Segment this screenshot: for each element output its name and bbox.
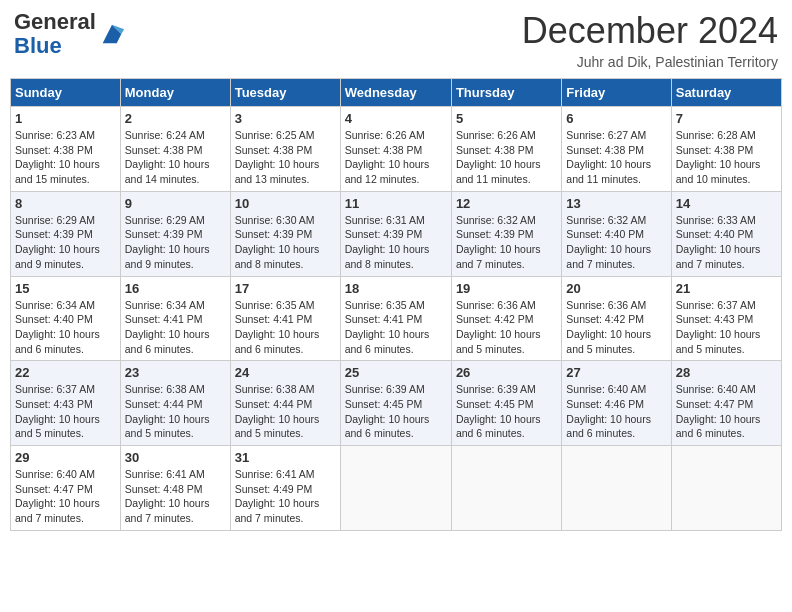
calendar-cell: 6Sunrise: 6:27 AM Sunset: 4:38 PM Daylig… xyxy=(562,107,671,192)
calendar-cell: 3Sunrise: 6:25 AM Sunset: 4:38 PM Daylig… xyxy=(230,107,340,192)
day-info: Sunrise: 6:32 AM Sunset: 4:39 PM Dayligh… xyxy=(456,213,557,272)
calendar-cell: 14Sunrise: 6:33 AM Sunset: 4:40 PM Dayli… xyxy=(671,191,781,276)
day-number: 25 xyxy=(345,365,447,380)
calendar-cell: 28Sunrise: 6:40 AM Sunset: 4:47 PM Dayli… xyxy=(671,361,781,446)
day-info: Sunrise: 6:38 AM Sunset: 4:44 PM Dayligh… xyxy=(235,382,336,441)
calendar-week-row: 8Sunrise: 6:29 AM Sunset: 4:39 PM Daylig… xyxy=(11,191,782,276)
calendar-cell: 19Sunrise: 6:36 AM Sunset: 4:42 PM Dayli… xyxy=(451,276,561,361)
day-info: Sunrise: 6:38 AM Sunset: 4:44 PM Dayligh… xyxy=(125,382,226,441)
calendar-cell: 1Sunrise: 6:23 AM Sunset: 4:38 PM Daylig… xyxy=(11,107,121,192)
day-info: Sunrise: 6:31 AM Sunset: 4:39 PM Dayligh… xyxy=(345,213,447,272)
calendar-cell: 21Sunrise: 6:37 AM Sunset: 4:43 PM Dayli… xyxy=(671,276,781,361)
calendar-cell: 11Sunrise: 6:31 AM Sunset: 4:39 PM Dayli… xyxy=(340,191,451,276)
calendar-cell: 18Sunrise: 6:35 AM Sunset: 4:41 PM Dayli… xyxy=(340,276,451,361)
logo-blue: Blue xyxy=(14,34,96,58)
day-number: 30 xyxy=(125,450,226,465)
weekday-header-thursday: Thursday xyxy=(451,79,561,107)
day-info: Sunrise: 6:41 AM Sunset: 4:49 PM Dayligh… xyxy=(235,467,336,526)
calendar-cell: 13Sunrise: 6:32 AM Sunset: 4:40 PM Dayli… xyxy=(562,191,671,276)
day-info: Sunrise: 6:27 AM Sunset: 4:38 PM Dayligh… xyxy=(566,128,666,187)
day-info: Sunrise: 6:34 AM Sunset: 4:40 PM Dayligh… xyxy=(15,298,116,357)
day-number: 18 xyxy=(345,281,447,296)
day-info: Sunrise: 6:23 AM Sunset: 4:38 PM Dayligh… xyxy=(15,128,116,187)
day-info: Sunrise: 6:26 AM Sunset: 4:38 PM Dayligh… xyxy=(345,128,447,187)
calendar-cell: 23Sunrise: 6:38 AM Sunset: 4:44 PM Dayli… xyxy=(120,361,230,446)
calendar-cell xyxy=(562,446,671,531)
calendar-week-row: 29Sunrise: 6:40 AM Sunset: 4:47 PM Dayli… xyxy=(11,446,782,531)
calendar-cell: 22Sunrise: 6:37 AM Sunset: 4:43 PM Dayli… xyxy=(11,361,121,446)
day-info: Sunrise: 6:40 AM Sunset: 4:47 PM Dayligh… xyxy=(15,467,116,526)
calendar-cell: 10Sunrise: 6:30 AM Sunset: 4:39 PM Dayli… xyxy=(230,191,340,276)
calendar-cell: 20Sunrise: 6:36 AM Sunset: 4:42 PM Dayli… xyxy=(562,276,671,361)
month-title: December 2024 xyxy=(522,10,778,52)
day-number: 16 xyxy=(125,281,226,296)
day-number: 4 xyxy=(345,111,447,126)
calendar-cell: 4Sunrise: 6:26 AM Sunset: 4:38 PM Daylig… xyxy=(340,107,451,192)
calendar-cell: 8Sunrise: 6:29 AM Sunset: 4:39 PM Daylig… xyxy=(11,191,121,276)
calendar-week-row: 22Sunrise: 6:37 AM Sunset: 4:43 PM Dayli… xyxy=(11,361,782,446)
weekday-header-tuesday: Tuesday xyxy=(230,79,340,107)
day-number: 12 xyxy=(456,196,557,211)
day-number: 27 xyxy=(566,365,666,380)
day-info: Sunrise: 6:35 AM Sunset: 4:41 PM Dayligh… xyxy=(345,298,447,357)
day-info: Sunrise: 6:33 AM Sunset: 4:40 PM Dayligh… xyxy=(676,213,777,272)
day-number: 7 xyxy=(676,111,777,126)
day-info: Sunrise: 6:40 AM Sunset: 4:47 PM Dayligh… xyxy=(676,382,777,441)
day-number: 31 xyxy=(235,450,336,465)
weekday-header-friday: Friday xyxy=(562,79,671,107)
calendar-cell: 29Sunrise: 6:40 AM Sunset: 4:47 PM Dayli… xyxy=(11,446,121,531)
calendar-cell: 12Sunrise: 6:32 AM Sunset: 4:39 PM Dayli… xyxy=(451,191,561,276)
day-info: Sunrise: 6:36 AM Sunset: 4:42 PM Dayligh… xyxy=(566,298,666,357)
day-number: 14 xyxy=(676,196,777,211)
weekday-header-saturday: Saturday xyxy=(671,79,781,107)
day-info: Sunrise: 6:24 AM Sunset: 4:38 PM Dayligh… xyxy=(125,128,226,187)
weekday-header-monday: Monday xyxy=(120,79,230,107)
day-number: 2 xyxy=(125,111,226,126)
day-number: 24 xyxy=(235,365,336,380)
day-info: Sunrise: 6:37 AM Sunset: 4:43 PM Dayligh… xyxy=(15,382,116,441)
calendar-cell: 26Sunrise: 6:39 AM Sunset: 4:45 PM Dayli… xyxy=(451,361,561,446)
calendar-cell: 2Sunrise: 6:24 AM Sunset: 4:38 PM Daylig… xyxy=(120,107,230,192)
day-number: 6 xyxy=(566,111,666,126)
calendar-cell: 24Sunrise: 6:38 AM Sunset: 4:44 PM Dayli… xyxy=(230,361,340,446)
location-subtitle: Juhr ad Dik, Palestinian Territory xyxy=(522,54,778,70)
calendar-cell: 27Sunrise: 6:40 AM Sunset: 4:46 PM Dayli… xyxy=(562,361,671,446)
day-number: 22 xyxy=(15,365,116,380)
day-info: Sunrise: 6:30 AM Sunset: 4:39 PM Dayligh… xyxy=(235,213,336,272)
day-number: 11 xyxy=(345,196,447,211)
calendar-cell: 17Sunrise: 6:35 AM Sunset: 4:41 PM Dayli… xyxy=(230,276,340,361)
logo-icon xyxy=(98,20,126,48)
weekday-header-sunday: Sunday xyxy=(11,79,121,107)
day-info: Sunrise: 6:39 AM Sunset: 4:45 PM Dayligh… xyxy=(456,382,557,441)
day-info: Sunrise: 6:34 AM Sunset: 4:41 PM Dayligh… xyxy=(125,298,226,357)
day-number: 21 xyxy=(676,281,777,296)
day-info: Sunrise: 6:37 AM Sunset: 4:43 PM Dayligh… xyxy=(676,298,777,357)
day-number: 17 xyxy=(235,281,336,296)
day-number: 13 xyxy=(566,196,666,211)
day-number: 29 xyxy=(15,450,116,465)
day-info: Sunrise: 6:39 AM Sunset: 4:45 PM Dayligh… xyxy=(345,382,447,441)
day-number: 28 xyxy=(676,365,777,380)
calendar-cell: 31Sunrise: 6:41 AM Sunset: 4:49 PM Dayli… xyxy=(230,446,340,531)
title-block: December 2024 Juhr ad Dik, Palestinian T… xyxy=(522,10,778,70)
day-info: Sunrise: 6:32 AM Sunset: 4:40 PM Dayligh… xyxy=(566,213,666,272)
day-number: 5 xyxy=(456,111,557,126)
day-number: 26 xyxy=(456,365,557,380)
day-number: 10 xyxy=(235,196,336,211)
logo: General Blue xyxy=(14,10,126,58)
calendar-table: SundayMondayTuesdayWednesdayThursdayFrid… xyxy=(10,78,782,531)
day-info: Sunrise: 6:41 AM Sunset: 4:48 PM Dayligh… xyxy=(125,467,226,526)
calendar-cell: 16Sunrise: 6:34 AM Sunset: 4:41 PM Dayli… xyxy=(120,276,230,361)
calendar-header: General Blue December 2024 Juhr ad Dik, … xyxy=(10,10,782,70)
calendar-cell: 15Sunrise: 6:34 AM Sunset: 4:40 PM Dayli… xyxy=(11,276,121,361)
day-number: 19 xyxy=(456,281,557,296)
calendar-cell: 30Sunrise: 6:41 AM Sunset: 4:48 PM Dayli… xyxy=(120,446,230,531)
day-number: 8 xyxy=(15,196,116,211)
logo-general: General xyxy=(14,10,96,34)
day-number: 15 xyxy=(15,281,116,296)
day-info: Sunrise: 6:36 AM Sunset: 4:42 PM Dayligh… xyxy=(456,298,557,357)
calendar-cell: 25Sunrise: 6:39 AM Sunset: 4:45 PM Dayli… xyxy=(340,361,451,446)
calendar-cell xyxy=(340,446,451,531)
calendar-week-row: 1Sunrise: 6:23 AM Sunset: 4:38 PM Daylig… xyxy=(11,107,782,192)
calendar-week-row: 15Sunrise: 6:34 AM Sunset: 4:40 PM Dayli… xyxy=(11,276,782,361)
